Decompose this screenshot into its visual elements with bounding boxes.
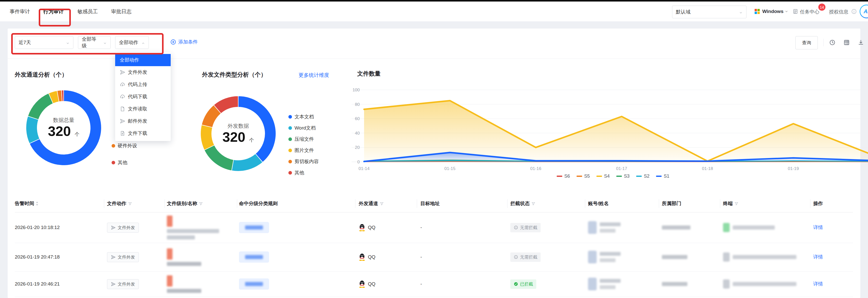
task-center-icon (792, 8, 799, 14)
legend-dash (656, 175, 662, 177)
detail-link[interactable]: 详情 (813, 254, 823, 260)
filetype-legend-item-3[interactable]: 压缩文件 (288, 136, 314, 142)
alert-time: 2026-01-19 20:46:21 (15, 281, 60, 287)
history-clock-icon[interactable] (829, 39, 836, 46)
column-header-4: 命中分级分类规则 (239, 195, 278, 212)
line-legend-item-S4[interactable]: S4 (596, 173, 610, 179)
legend-dot (288, 160, 292, 163)
filecount-chart-title: 文件数量 (357, 70, 381, 78)
dropdown-item-label: 代码下载 (128, 93, 147, 100)
donut-segment-4[interactable] (200, 125, 214, 150)
line-legend-item-S3[interactable]: S3 (616, 173, 629, 179)
line-legend-item-S5[interactable]: S5 (577, 173, 590, 179)
filter-funnel-icon[interactable] (199, 202, 203, 206)
channel-legend-item-2[interactable]: 其他 (112, 159, 127, 166)
task-center-link[interactable]: 任务中心 (800, 9, 819, 15)
operation-cell[interactable]: 详情 (813, 271, 823, 297)
donut-segment-3[interactable] (28, 93, 53, 120)
legend-label: S4 (604, 173, 610, 179)
column-header-label: 文件动作 (107, 200, 126, 207)
operation-cell[interactable]: 详情 (813, 243, 823, 271)
department-cell-redacted (662, 243, 687, 271)
donut-segment-1[interactable] (238, 96, 276, 162)
row-divider (15, 297, 853, 297)
filter-funnel-icon[interactable] (128, 202, 132, 206)
operation-cell[interactable]: 详情 (813, 212, 823, 243)
filetype-legend-item-2[interactable]: Word文档 (288, 125, 316, 131)
detail-link[interactable]: 详情 (813, 281, 823, 287)
column-header-7[interactable]: 拦截状态 (510, 195, 535, 212)
more-dimensions-link[interactable]: 更多统计维度 (299, 72, 329, 79)
matched-rule-cell-redacted (239, 212, 269, 243)
qq-icon (359, 253, 365, 261)
license-info-link[interactable]: 授权信息 (829, 9, 848, 15)
level-select[interactable]: 全部等级 (78, 36, 111, 49)
filetype-legend-item-1[interactable]: 文本文档 (288, 113, 314, 120)
filter-funnel-icon[interactable] (380, 202, 384, 206)
channel-legend-item-1[interactable]: 硬件外设 (112, 142, 137, 149)
file-action-tag: 文件外发 (107, 223, 139, 233)
query-button[interactable]: 查询 (796, 36, 818, 49)
legend-label: S6 (564, 173, 570, 179)
column-header-1[interactable]: 告警时间 (15, 195, 38, 212)
filetype-legend-item-4[interactable]: 图片文件 (288, 147, 314, 154)
header-column-divider (507, 199, 507, 208)
column-settings-icon[interactable] (843, 39, 850, 46)
legend-label: 其他 (118, 159, 127, 166)
column-header-label: 所属部门 (662, 200, 681, 207)
filter-funnel-icon[interactable] (734, 202, 739, 206)
date-range-select[interactable]: 近7天 (15, 36, 73, 49)
column-header-10[interactable]: 终端 (723, 195, 739, 212)
column-header-5[interactable]: 外发通道 (359, 195, 384, 212)
send-icon (111, 225, 116, 230)
alert-time-cell: 2026-01-19 20:47:18 (15, 243, 60, 271)
column-header-9: 所属部门 (662, 195, 681, 212)
legend-label: 文本文档 (294, 113, 314, 120)
donut-segment-2[interactable] (26, 116, 40, 143)
nav-tab-1[interactable]: 事件审计 (10, 2, 30, 21)
windows-menu[interactable]: Windows (762, 9, 783, 14)
nav-tab-4[interactable]: 审批日志 (111, 2, 131, 21)
domain-select[interactable]: 默认域 (672, 6, 746, 18)
legend-dot (288, 137, 292, 141)
donut-segment-6[interactable] (61, 90, 64, 101)
dropdown-item-4[interactable]: 代码下载 (115, 91, 171, 103)
dropdown-item-6[interactable]: 邮件外发 (115, 115, 171, 127)
channel-donut-chart[interactable] (26, 90, 102, 166)
add-condition-button[interactable]: 添加条件 (170, 39, 198, 45)
action-select[interactable]: 全部动作 (115, 36, 149, 49)
filter-funnel-icon[interactable] (531, 202, 535, 206)
x-tick-label: 01-19 (788, 166, 799, 171)
dropdown-item-7[interactable]: 文件下载 (115, 127, 171, 139)
line-legend-item-S6[interactable]: S6 (557, 173, 570, 179)
column-header-3[interactable]: 文件级别/名称 (167, 195, 203, 212)
legend-dot (112, 161, 115, 164)
matched-rule-cell-redacted (239, 271, 269, 297)
filetype-donut-chart[interactable] (200, 95, 276, 172)
dropdown-item-1[interactable]: 全部动作 (115, 54, 171, 66)
windows-logo-icon (755, 9, 760, 14)
donut-segment-3[interactable] (204, 145, 234, 170)
ai-assistant-button[interactable]: AI (860, 5, 868, 18)
nav-tab-2[interactable]: 行为审计 (43, 2, 64, 21)
detail-link[interactable]: 详情 (813, 224, 823, 231)
line-legend-item-S2[interactable]: S2 (636, 173, 649, 179)
legend-label: 压缩文件 (294, 136, 314, 142)
line-legend-item-S1[interactable]: S1 (656, 173, 669, 179)
alert-time: 2026-01-20 10:18:12 (15, 225, 60, 230)
file-action-cell: 文件外发 (107, 212, 139, 243)
column-header-6: 目标地址 (421, 195, 440, 212)
sort-icon[interactable] (36, 201, 38, 206)
filetype-legend-item-6[interactable]: 其他 (288, 169, 304, 176)
dropdown-item-3[interactable]: 代码上传 (115, 78, 171, 91)
dropdown-item-2[interactable]: 文件外发 (115, 66, 171, 78)
filetype-legend-item-5[interactable]: 剪切板内容 (288, 158, 319, 165)
dropdown-item-5[interactable]: 文件读取 (115, 103, 171, 115)
action-select-value: 全部动作 (119, 39, 138, 46)
column-header-2[interactable]: 文件动作 (107, 195, 132, 212)
nav-tab-3[interactable]: 敏感员工 (78, 2, 98, 21)
ai-assistant-label: AI (864, 8, 868, 15)
download-icon[interactable] (858, 39, 864, 46)
column-header-label: 告警时间 (15, 200, 34, 207)
filecount-area-chart[interactable]: 02040608010001-1401-1501-1601-1701-1801-… (344, 85, 868, 183)
